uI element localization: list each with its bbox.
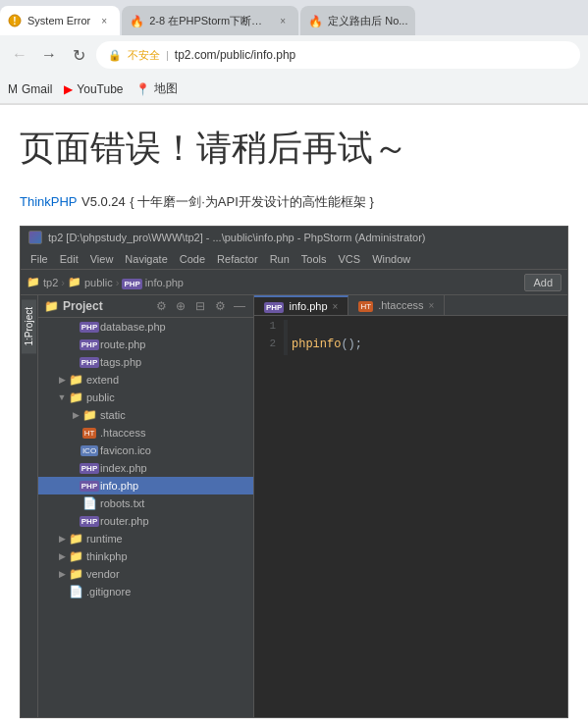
thinkphp-link[interactable]: ThinkPHP: [20, 194, 78, 209]
php-icon-f12: PHP: [81, 513, 97, 529]
bc-public: public: [84, 277, 113, 288]
php-icon-f10: PHP: [81, 478, 97, 494]
editor-tabs: PHPinfo.php×HT.htaccess×: [254, 295, 567, 316]
breadcrumb-bar: 📁 tp2 › 📁 public › PHP info.php: [27, 276, 520, 288]
menu-navigate[interactable]: Navigate: [119, 251, 173, 267]
tab-flame-icon-2: 🔥: [308, 14, 322, 27]
file-name-f13: runtime: [86, 533, 123, 545]
project-tab-side: 1:Project: [21, 295, 38, 717]
file-name-f9: index.php: [100, 462, 147, 474]
address-bar: ← → ↻ 🔒 不安全 | tp2.com/public/info.php: [0, 35, 588, 75]
tree-item-f12[interactable]: PHProuter.php: [38, 512, 253, 530]
menu-run[interactable]: Run: [264, 251, 295, 267]
youtube-icon: ▶: [64, 82, 73, 96]
add-button[interactable]: Add: [524, 274, 561, 291]
panel-title: Project: [63, 299, 149, 313]
tab-title-route: 定义路由后 No...: [328, 14, 407, 28]
maps-icon: 📍: [135, 82, 150, 96]
tree-item-f5[interactable]: ▼📁public: [38, 389, 253, 406]
phpstorm-body: 1:Project 📁 Project ⚙ ⊕ ⊟ ⚙ — PHPdatabas…: [21, 295, 567, 717]
editor-tab-close-et1[interactable]: ×: [333, 301, 339, 312]
file-name-f8: favicon.ico: [100, 444, 151, 456]
url-text: tp2.com/public/info.php: [175, 48, 295, 62]
error-title: 页面错误！请稍后再试～: [20, 125, 568, 173]
tree-item-f11[interactable]: 📄robots.txt: [38, 494, 253, 512]
folder-icon-panel: 📁: [44, 299, 59, 313]
panel-gear-icon[interactable]: ⚙: [153, 298, 169, 314]
thinkphp-tagline: { 十年磨一剑·为API开发设计的高性能框架 }: [130, 194, 373, 209]
menu-refactor[interactable]: Refactor: [211, 251, 264, 267]
code-editor[interactable]: 12phpinfo();: [254, 316, 567, 717]
tree-item-f8[interactable]: ICOfavicon.ico: [38, 442, 253, 459]
menu-code[interactable]: Code: [174, 251, 211, 267]
tab-close-phpstorm[interactable]: ×: [275, 13, 291, 28]
file-name-f11: robots.txt: [100, 497, 144, 509]
tree-item-f13[interactable]: ▶📁runtime: [38, 530, 253, 547]
menu-window[interactable]: Window: [366, 251, 416, 267]
folder-icon-f13: 📁: [68, 531, 83, 546]
file-name-f2: route.php: [100, 338, 145, 350]
editor-tab-et2[interactable]: HT.htaccess×: [348, 295, 445, 315]
file-name-f10: info.php: [100, 480, 138, 492]
file-name-f5: public: [86, 391, 115, 403]
menu-view[interactable]: View: [84, 251, 120, 267]
tree-item-f15[interactable]: ▶📁vendor: [38, 565, 253, 583]
folder-icon-f4: 📁: [68, 372, 83, 388]
tree-item-f1[interactable]: PHPdatabase.php: [38, 318, 253, 336]
panel-minimize-icon[interactable]: —: [232, 298, 247, 314]
tree-item-f14[interactable]: ▶📁thinkphp: [38, 547, 253, 565]
tab-phpstorm[interactable]: 🔥 2-8 在PHPStorm下断点调试代... ×: [122, 6, 298, 35]
php-icon-f1: PHP: [81, 319, 97, 335]
tab-route[interactable]: 🔥 定义路由后 No...: [300, 6, 415, 35]
file-icon-f11: 📄: [81, 495, 97, 511]
reload-button[interactable]: ↻: [67, 43, 90, 67]
gmail-icon: M: [8, 82, 18, 96]
code-line-2: 2phpinfo();: [254, 338, 567, 355]
tree-item-f3[interactable]: PHPtags.php: [38, 353, 253, 371]
tree-arrow-f5: ▼: [56, 392, 68, 402]
panel-settings-icon[interactable]: ⚙: [212, 298, 228, 314]
tree-arrow-f6: ▶: [70, 410, 81, 420]
editor-tab-ht-icon-et2: HT: [358, 299, 373, 311]
panel-expand-icon[interactable]: ⊕: [173, 298, 188, 314]
svg-text:!: !: [13, 16, 16, 26]
bookmark-maps[interactable]: 📍 地图: [135, 80, 178, 97]
bookmarks-bar: M Gmail ▶ YouTube 📍 地图: [0, 75, 588, 104]
bc-sep-1: ›: [61, 277, 65, 288]
panel-collapse-icon[interactable]: ⊟: [192, 298, 208, 314]
panel-header: 📁 Project ⚙ ⊕ ⊟ ⚙ —: [38, 295, 253, 318]
back-button[interactable]: ←: [8, 43, 31, 67]
bookmark-youtube[interactable]: ▶ YouTube: [64, 82, 123, 96]
tree-arrow-f14: ▶: [56, 551, 68, 561]
tree-item-f16[interactable]: 📄.gitignore: [38, 583, 253, 600]
htaccess-icon-f7: HT: [81, 425, 97, 441]
tree-item-f9[interactable]: PHPindex.php: [38, 459, 253, 477]
tree-item-f6[interactable]: ▶📁static: [38, 406, 253, 424]
url-bar[interactable]: 🔒 不安全 | tp2.com/public/info.php: [96, 41, 580, 69]
phpstorm-toolbar: 📁 tp2 › 📁 public › PHP info.php Add: [21, 270, 567, 295]
file-name-f12: router.php: [100, 515, 149, 527]
file-name-f7: .htaccess: [100, 427, 145, 439]
tab-system-error[interactable]: ! System Error ×: [0, 6, 120, 35]
forward-button[interactable]: →: [37, 43, 61, 67]
file-name-f16: .gitignore: [86, 586, 131, 598]
tree-item-f4[interactable]: ▶📁extend: [38, 371, 253, 389]
editor-tab-et1[interactable]: PHPinfo.php×: [254, 295, 348, 315]
tab-close-system-error[interactable]: ×: [96, 13, 112, 28]
menu-tools[interactable]: Tools: [295, 251, 333, 267]
tree-item-f10[interactable]: PHPinfo.php: [38, 477, 253, 494]
php-icon-toolbar: PHP: [122, 277, 141, 288]
menu-edit[interactable]: Edit: [54, 251, 84, 267]
tree-item-f7[interactable]: HT.htaccess: [38, 424, 253, 442]
editor-tab-close-et2[interactable]: ×: [429, 300, 435, 311]
side-tab-project[interactable]: 1:Project: [22, 299, 36, 353]
editor-tab-name-et1: info.php: [289, 300, 327, 312]
menu-vcs[interactable]: VCS: [333, 251, 367, 267]
tree-item-f2[interactable]: PHProute.php: [38, 336, 253, 353]
folder-icon-toolbar-2: 📁: [68, 276, 81, 288]
bookmark-gmail[interactable]: M Gmail: [8, 82, 52, 96]
php-icon-f3: PHP: [81, 354, 97, 370]
menu-file[interactable]: File: [25, 251, 54, 267]
code-line-1: 1: [254, 320, 567, 338]
tab-bar: ! System Error × 🔥 2-8 在PHPStorm下断点调试代..…: [0, 0, 588, 35]
